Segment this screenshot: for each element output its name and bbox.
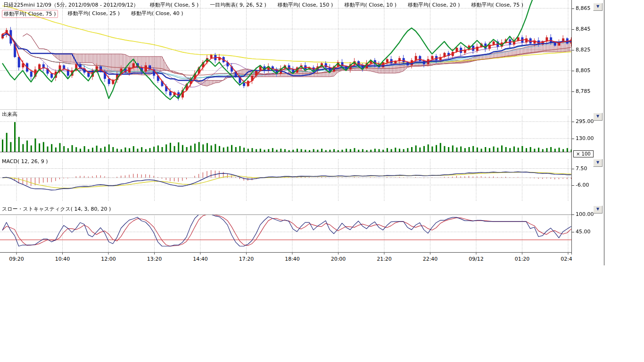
volume-panel-label: 出来高 (2, 111, 17, 118)
price-axis-label: 8,785 (576, 88, 591, 94)
time-axis-label: 21:20 (377, 256, 392, 262)
legend-ma10[interactable]: 移動平均( Close, 10 ) (343, 1, 398, 8)
legend-ma40[interactable]: 移動平均( Close, 40 ) (130, 10, 185, 18)
legend-ma20[interactable]: 移動平均( Close, 20 ) (406, 1, 462, 8)
time-axis-label: 18:40 (285, 256, 300, 262)
price-panel-dropdown-button[interactable]: ▼ (593, 3, 603, 11)
stoch-panel-label: スロー・ストキャスティクス( 14, 3, 80, 20 ) (2, 206, 111, 213)
time-axis-label: 12:00 (101, 256, 116, 262)
time-axis-label: 09/12 (469, 256, 484, 262)
time-axis-label: 10:40 (55, 256, 70, 262)
legend-ma25[interactable]: 移動平均( Close, 25 ) (66, 10, 122, 18)
price-axis-label: 8,805 (576, 67, 591, 74)
chevron-down-icon: ▼ (596, 114, 599, 118)
time-axis-label: 01:20 (515, 256, 530, 262)
chevron-down-icon: ▼ (596, 207, 599, 211)
macd-axis-label: 7.50 (576, 165, 587, 172)
volume-panel-dropdown-button[interactable]: ▼ (593, 113, 603, 121)
scale-multiplier-badge: × 100 (573, 150, 594, 157)
stoch-axis-label: 100.00 (576, 211, 594, 217)
chart-window: 日経225mini 12/09（5分, 2012/09/08 - 2012/09… (0, 0, 644, 362)
time-axis-label: 02:40 (561, 256, 572, 262)
volume-axis-label: 295.00 (576, 118, 594, 124)
time-axis-label: 09:20 (9, 256, 24, 262)
time-axis-label: 14:40 (193, 256, 208, 262)
price-axis-label: 8,845 (576, 26, 591, 32)
price-axis-label: 8,865 (576, 5, 591, 11)
volume-axis-label: 130.00 (576, 135, 594, 141)
legend-ma75[interactable]: 移動平均( Close, 75 ) (470, 1, 525, 8)
time-axis-label: 13:20 (147, 256, 162, 262)
macd-panel-dropdown-button[interactable]: ▼ (593, 159, 603, 167)
price-axis-label: 8,825 (576, 47, 591, 53)
indicator-legend-row-2: 移動平均( Close, 75 ) 移動平均( Close, 25 ) 移動平均… (2, 10, 185, 18)
chevron-down-icon: ▼ (596, 160, 599, 165)
macd-panel-label: MACD( 12, 26, 9 ) (2, 158, 48, 165)
legend-ichimoku[interactable]: 一目均衡表( 9, 26, 52 ) (208, 1, 268, 8)
stoch-axis-label: 45.00 (576, 229, 591, 235)
chart-title: 日経225mini 12/09（5分, 2012/09/08 - 2012/09… (2, 1, 140, 8)
chart-canvas[interactable] (0, 0, 576, 255)
time-axis: 09:2010:4012:0013:2014:4017:2018:4020:00… (0, 256, 572, 263)
stoch-panel-dropdown-button[interactable]: ▼ (593, 206, 603, 214)
chevron-down-icon: ▼ (596, 4, 599, 8)
indicator-legend-row-1: 日経225mini 12/09（5分, 2012/09/08 - 2012/09… (2, 1, 525, 8)
time-axis-label: 17:20 (239, 256, 254, 262)
legend-ma150[interactable]: 移動平均( Close, 150 ) (276, 1, 335, 8)
time-axis-label: 22:40 (423, 256, 438, 262)
legend-ma75-selected[interactable]: 移動平均( Close, 75 ) (2, 10, 58, 18)
time-axis-label: 20:00 (331, 256, 346, 262)
legend-ma5[interactable]: 移動平均( Close, 5 ) (149, 1, 200, 8)
panel-separator-line (604, 0, 604, 265)
macd-axis-label: -6.00 (576, 182, 589, 188)
